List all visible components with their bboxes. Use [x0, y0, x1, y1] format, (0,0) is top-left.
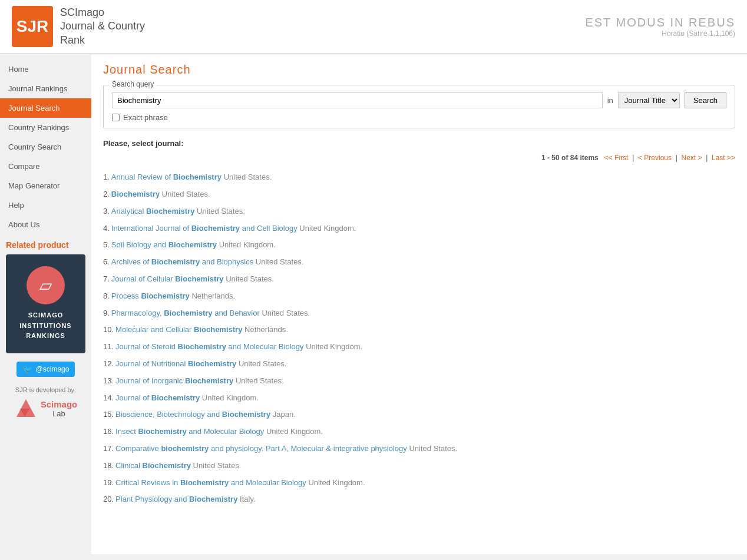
- search-in-label: in: [607, 96, 613, 105]
- item-num: 8.: [103, 291, 110, 300]
- journal-link[interactable]: Journal of Steroid Biochemistry and Mole…: [115, 342, 303, 351]
- scimago-banner[interactable]: ⏥ SCIMAGOINSTITUTIONSRANKINGS: [6, 254, 85, 353]
- page-title: Journal Search: [103, 63, 735, 77]
- sidebar-item-journal-rankings[interactable]: Journal Rankings: [0, 79, 91, 98]
- journal-country: United Kingdom.: [306, 342, 362, 351]
- journal-country: United States.: [197, 207, 245, 216]
- journal-country: United Kingdom.: [299, 224, 356, 233]
- twitter-link[interactable]: 🐦 @scimago: [16, 362, 75, 377]
- journal-link[interactable]: Molecular and Cellular Biochemistry: [115, 325, 242, 334]
- dev-label: SJR is developed by:: [0, 386, 91, 393]
- journal-list-item: 17.Comparative biochemistry and physiolo…: [103, 440, 735, 458]
- pagination-prev[interactable]: < Previous: [638, 154, 672, 162]
- sidebar-item-country-rankings[interactable]: Country Rankings: [0, 118, 91, 137]
- journal-list-item: 6.Archives of Biochemistry and Biophysic…: [103, 254, 735, 271]
- search-query-box: Search query in Journal Title ISSN Publi…: [103, 85, 735, 128]
- journal-link[interactable]: Journal of Inorganic Biochemistry: [115, 376, 233, 385]
- journal-country: United States.: [226, 274, 274, 283]
- related-product-section: Related product ⏥ SCIMAGOINSTITUTIONSRAN…: [0, 234, 91, 353]
- journal-link[interactable]: Plant Physiology and Biochemistry: [115, 495, 237, 503]
- journal-list-item: 10.Molecular and Cellular Biochemistry N…: [103, 322, 735, 339]
- journal-country: United States.: [239, 359, 287, 368]
- item-num: 18.: [103, 461, 114, 470]
- sidebar-item-compare[interactable]: Compare: [0, 157, 91, 176]
- item-num: 7.: [103, 274, 110, 283]
- journal-link[interactable]: Insect Biochemistry and Molecular Biolog…: [115, 427, 264, 436]
- motto-text: EST MODUS IN REBUS: [585, 16, 735, 29]
- journal-list-item: 4.International Journal of Biochemistry …: [103, 220, 735, 237]
- main-layout: Home Journal Rankings Journal Search Cou…: [0, 54, 747, 554]
- journal-link[interactable]: Bioscience, Biotechnology and Biochemist…: [115, 410, 270, 419]
- journal-link[interactable]: Journal of Cellular Biochemistry: [111, 274, 224, 283]
- journal-country: Netherlands.: [191, 291, 235, 300]
- sidebar-item-journal-search[interactable]: Journal Search: [0, 98, 91, 118]
- journal-link[interactable]: Pharmacology, Biochemistry and Behavior: [111, 309, 260, 317]
- journal-list-item: 16.Insect Biochemistry and Molecular Bio…: [103, 423, 735, 440]
- item-num: 3.: [103, 207, 110, 216]
- journal-list-item: 18.Clinical Biochemistry United States.: [103, 458, 735, 475]
- journal-country: United Kingdom.: [266, 427, 323, 436]
- sidebar-item-home[interactable]: Home: [0, 59, 91, 79]
- item-num: 9.: [103, 309, 110, 317]
- item-num: 13.: [103, 376, 114, 385]
- twitter-area: 🐦 @scimago: [0, 353, 91, 380]
- sidebar-item-help[interactable]: Help: [0, 195, 91, 215]
- item-num: 20.: [103, 495, 114, 503]
- journal-country: Japan.: [273, 410, 296, 419]
- journal-link[interactable]: Biochemistry: [111, 190, 160, 198]
- journal-country: United Kingdom.: [219, 240, 276, 249]
- sidebar-item-about-us[interactable]: About Us: [0, 215, 91, 234]
- journal-country: United States.: [256, 257, 304, 266]
- journal-link[interactable]: Journal of Biochemistry: [115, 393, 200, 402]
- search-input[interactable]: [112, 92, 603, 108]
- item-num: 10.: [103, 325, 114, 334]
- journal-list-item: 12.Journal of Nutritional Biochemistry U…: [103, 356, 735, 373]
- banner-text: SCIMAGOINSTITUTIONSRANKINGS: [12, 310, 80, 342]
- item-num: 17.: [103, 444, 114, 453]
- content-area: Journal Search Search query in Journal T…: [91, 54, 747, 554]
- search-button[interactable]: Search: [685, 92, 726, 108]
- journal-link[interactable]: Critical Reviews in Biochemistry and Mol…: [115, 478, 306, 487]
- journal-country: United Kingdom.: [308, 478, 365, 487]
- item-num: 12.: [103, 359, 114, 368]
- journal-list-item: 14.Journal of Biochemistry United Kingdo…: [103, 390, 735, 407]
- journal-link[interactable]: Process Biochemistry: [111, 291, 190, 300]
- related-product-title: Related product: [6, 240, 85, 250]
- item-num: 14.: [103, 393, 114, 402]
- journal-list-item: 20.Plant Physiology and Biochemistry Ita…: [103, 491, 735, 508]
- pagination-first[interactable]: << First: [604, 154, 629, 162]
- journal-link[interactable]: Soil Biology and Biochemistry: [111, 240, 217, 249]
- pagination-last[interactable]: Last >>: [712, 154, 735, 162]
- journal-link[interactable]: Comparative biochemistry and physiology.…: [115, 444, 407, 453]
- journal-link[interactable]: International Journal of Biochemistry an…: [111, 224, 298, 233]
- journal-link[interactable]: Analytical Biochemistry: [111, 207, 195, 216]
- scimago-lab-logo: Scimago Lab: [0, 397, 91, 420]
- journal-link[interactable]: Annual Review of Biochemistry: [111, 173, 222, 181]
- logo-area: SJR SCImago Journal & Country Rank: [12, 6, 145, 47]
- exact-phrase-label: Exact phrase: [123, 113, 168, 122]
- journal-list-item: 2.Biochemistry United States.: [103, 186, 735, 203]
- results-select-label: Please, select journal:: [103, 139, 735, 148]
- journal-link[interactable]: Archives of Biochemistry and Biophysics: [111, 257, 253, 266]
- journal-list-item: 11.Journal of Steroid Biochemistry and M…: [103, 339, 735, 356]
- journal-country: United States.: [262, 309, 310, 317]
- header: SJR SCImago Journal & Country Rank EST M…: [0, 0, 747, 54]
- banner-icon: ⏥: [27, 266, 65, 304]
- journal-country: United States.: [224, 173, 272, 181]
- journal-country: Netherlands.: [244, 325, 288, 334]
- journal-list-item: 13.Journal of Inorganic Biochemistry Uni…: [103, 373, 735, 390]
- item-num: 2.: [103, 190, 110, 198]
- journal-link[interactable]: Journal of Nutritional Biochemistry: [115, 359, 236, 368]
- site-name: SCImago Journal & Country Rank: [60, 6, 145, 47]
- exact-phrase-checkbox[interactable]: [112, 114, 120, 121]
- journal-country: United States.: [193, 461, 242, 470]
- sidebar-item-country-search[interactable]: Country Search: [0, 137, 91, 157]
- search-row: in Journal Title ISSN Publisher Country …: [112, 92, 726, 108]
- sidebar-item-map-generator[interactable]: Map Generator: [0, 176, 91, 195]
- journal-list-item: 19.Critical Reviews in Biochemistry and …: [103, 475, 735, 492]
- journal-link[interactable]: Clinical Biochemistry: [115, 461, 191, 470]
- search-type-select[interactable]: Journal Title ISSN Publisher Country: [618, 92, 680, 108]
- pagination: 1 - 50 of 84 items << First | < Previous…: [103, 154, 735, 162]
- lab-name: Scimago: [41, 399, 78, 409]
- pagination-next[interactable]: Next >: [681, 154, 702, 162]
